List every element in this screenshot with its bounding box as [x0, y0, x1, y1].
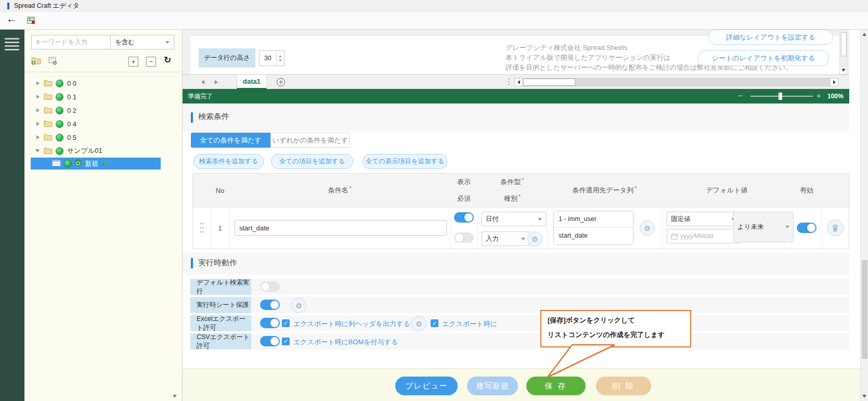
default-type-select[interactable]: 固定値	[667, 212, 740, 226]
reset-layout-label: シートのレイアウトを初期化する	[712, 54, 815, 63]
callout-line2: リストコンテンツの作成を完了します	[548, 330, 690, 340]
tab-scroll-right-icon[interactable]	[215, 80, 218, 84]
page-scroll-thumb[interactable]	[862, 260, 867, 359]
spinner-up-icon[interactable]	[279, 55, 282, 57]
status-circle-icon	[56, 147, 63, 155]
excel-header-gear-icon[interactable]: ⚙	[411, 316, 426, 331]
chevron-down-icon	[521, 238, 525, 240]
tree-item[interactable]: 0 4	[24, 117, 182, 131]
excel-header-checkbox-label[interactable]: エクスポート時に列ヘッダを出力する	[293, 319, 410, 329]
csv-bom-checkbox[interactable]: ✓	[282, 338, 290, 345]
preview-button[interactable]: プレビュー	[395, 377, 458, 395]
spinner-down-icon[interactable]	[279, 59, 282, 61]
header-no: No	[211, 174, 230, 208]
save-button[interactable]: 保 存	[526, 377, 586, 395]
footer-action-bar: プレビュー 複写新規 保 存 削 除	[183, 368, 860, 401]
default-compare-select[interactable]: より未来	[733, 212, 794, 242]
target-field-value[interactable]: start_date	[554, 228, 633, 244]
sheet-protect-gear-icon[interactable]: ⚙	[291, 298, 306, 313]
row-height-spinner[interactable]	[259, 50, 284, 66]
kind-settings-gear-icon[interactable]: ⚙	[527, 231, 542, 247]
page-scroll-up-icon[interactable]	[862, 33, 866, 36]
app-favicon-icon[interactable]	[27, 16, 35, 26]
sheet-vscroll-down-button[interactable]	[840, 66, 847, 74]
row-drag-handle[interactable]	[193, 207, 211, 249]
kind-select[interactable]: 入力	[482, 231, 529, 246]
mode-any-tab[interactable]: いずれかの条件を満たす	[270, 133, 350, 148]
reset-layout-button[interactable]: シートのレイアウトを初期化する	[698, 50, 829, 66]
sheet-protect-toggle[interactable]	[260, 300, 280, 310]
show-toggle[interactable]	[454, 212, 474, 223]
tree-expand-icon[interactable]	[36, 135, 40, 139]
sheet-tab-bar: data1 ⋮	[183, 74, 849, 89]
sheet-vertical-scrollbar[interactable]	[839, 30, 847, 74]
delete-row-button[interactable]	[827, 219, 844, 236]
mode-all-tab[interactable]: 全ての条件を満たす	[191, 133, 270, 148]
tree-expand-icon[interactable]	[36, 81, 40, 85]
add-condition-button[interactable]: 検索条件を追加する	[193, 154, 264, 169]
tree-expand-icon[interactable]	[36, 122, 40, 126]
hscroll-left-button[interactable]	[515, 79, 522, 86]
sheet-horizontal-scrollbar[interactable]	[514, 78, 838, 86]
add-folder-icon[interactable]	[31, 56, 41, 67]
hscroll-right-button[interactable]	[831, 79, 838, 86]
panel-scroll-down-icon[interactable]	[173, 395, 177, 398]
zoom-slider-thumb[interactable]	[779, 93, 782, 100]
edit-pencil-icon[interactable]	[101, 159, 110, 168]
expand-all-button[interactable]: +	[128, 57, 138, 67]
tree-expand-icon[interactable]	[36, 95, 40, 99]
zoom-in-icon[interactable]: +	[817, 91, 821, 100]
tree-item[interactable]: 0 2	[24, 104, 182, 117]
copy-new-button-label: 複写新規	[476, 381, 509, 391]
tree-item-expanded[interactable]: サンプル01	[24, 144, 182, 158]
enabled-toggle[interactable]	[797, 223, 817, 233]
hscroll-thumb[interactable]	[523, 79, 575, 86]
csv-export-toggle[interactable]	[260, 336, 280, 346]
tree-collapse-icon[interactable]	[35, 149, 40, 152]
collapse-all-button[interactable]: −	[146, 57, 156, 67]
condition-type-select[interactable]: 日付	[482, 212, 546, 226]
tree-item-label: 新規	[85, 159, 98, 169]
excel-second-checkbox[interactable]: ✓	[431, 319, 438, 327]
csv-bom-checkbox-label[interactable]: エクスポート時にBOMを付与する	[293, 338, 398, 347]
tree-expand-icon[interactable]	[36, 108, 40, 112]
add-sheet-icon[interactable]	[276, 77, 286, 88]
add-content-icon[interactable]	[48, 56, 58, 67]
back-arrow-icon[interactable]: ←	[6, 13, 17, 25]
target-column-box[interactable]: 1 - imm_user start_date	[553, 211, 633, 245]
excel-header-checkbox[interactable]: ✓	[282, 319, 290, 327]
runtime-row-default-search: デフォルト検索実行	[190, 279, 849, 295]
page-vertical-scrollbar[interactable]	[860, 30, 868, 401]
excel-export-toggle[interactable]	[260, 318, 280, 328]
sheet-preview-area: グレープシティ株式会社 Spread.Sheets 本トライアル版で開発したアプ…	[183, 30, 849, 74]
delete-button[interactable]: 削 除	[596, 377, 651, 395]
sheet-tab-data1[interactable]: data1	[237, 75, 267, 89]
tree-item[interactable]: 0 5	[24, 131, 182, 144]
page-scroll-down-icon[interactable]	[862, 395, 866, 398]
sheet-vscroll-thumb[interactable]	[841, 32, 847, 56]
target-column-value[interactable]: 1 - imm_user	[554, 211, 633, 228]
add-all-items-button[interactable]: 全ての項目を追加する	[271, 154, 353, 169]
panel-divider	[24, 72, 182, 72]
keyword-search-input[interactable]	[31, 35, 111, 49]
zoom-out-icon[interactable]: −	[738, 91, 743, 100]
tab-scroll-left-icon[interactable]	[201, 80, 204, 84]
tree-item[interactable]: 0 1	[24, 90, 182, 104]
header-actions	[822, 174, 849, 208]
add-all-display-button[interactable]: 全ての表示項目を追加する	[362, 154, 447, 169]
excel-second-checkbox-label[interactable]: エクスポート時に	[442, 319, 497, 329]
tree-item-selected[interactable]: 新規	[31, 158, 161, 170]
tab-splitter-handle-icon[interactable]: ⋮	[505, 77, 513, 86]
condition-name-input[interactable]	[235, 220, 447, 236]
detail-layout-button[interactable]: 詳細なレイアウトを設定する	[708, 30, 833, 45]
default-search-toggle[interactable]	[260, 281, 280, 292]
target-settings-gear-icon[interactable]: ⚙	[640, 221, 655, 236]
refresh-icon[interactable]: ↻	[164, 55, 171, 66]
required-toggle[interactable]	[454, 232, 474, 243]
copy-new-button[interactable]: 複写新規	[467, 377, 518, 395]
folder-icon	[44, 147, 53, 156]
row-height-value-input[interactable]	[260, 54, 276, 62]
tree-item[interactable]: 0 0	[24, 76, 182, 90]
match-type-select[interactable]: を含む	[110, 35, 174, 49]
default-date-input[interactable]: yyyy/MM/dd	[667, 229, 740, 243]
